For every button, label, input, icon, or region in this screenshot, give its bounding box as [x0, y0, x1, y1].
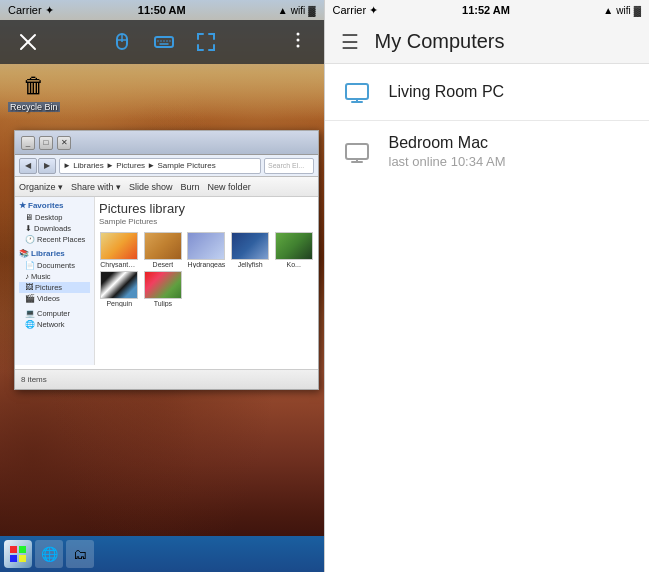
left-carrier: Carrier ✦ — [8, 4, 54, 17]
start-button[interactable] — [4, 540, 32, 568]
jellyfish-thumb — [231, 232, 269, 260]
taskbar: 🌐 🗂 — [0, 536, 324, 572]
burn-button[interactable]: Burn — [181, 182, 200, 192]
forward-button[interactable]: ▶ — [38, 158, 56, 174]
living-room-pc-item[interactable]: Living Room PC — [325, 64, 650, 121]
file-kookaburra[interactable]: Ko... — [273, 232, 314, 268]
file-grid: Chrysanthemum Desert Hydrangeas Jellyfis… — [99, 232, 314, 307]
left-time: 11:50 AM — [138, 4, 186, 16]
recycle-bin-icon[interactable]: 🗑 Recycle Bin — [8, 72, 60, 112]
living-room-name: Living Room PC — [389, 82, 634, 103]
desert-thumb — [144, 232, 182, 260]
sidebar-music[interactable]: ♪Music — [19, 271, 90, 282]
keyboard-icon-button[interactable] — [153, 31, 175, 53]
libraries-title: 📚Libraries — [19, 249, 90, 258]
expand-icon-button[interactable] — [195, 31, 217, 53]
toolbar-center-icons — [111, 31, 217, 53]
bedroom-mac-name: Bedroom Mac — [389, 133, 634, 154]
chrysanthemum-label: Chrysanthemum — [100, 261, 138, 268]
desert-label: Desert — [153, 261, 174, 268]
sidebar-downloads[interactable]: ⬇Downloads — [19, 223, 90, 234]
file-jellyfish[interactable]: Jellyfish — [230, 232, 271, 268]
explorer-main: Pictures library Sample Pictures Chrysan… — [95, 197, 318, 365]
right-time: 11:52 AM — [462, 4, 510, 16]
close-button[interactable] — [16, 30, 40, 54]
file-penguin[interactable]: Penguin — [99, 271, 140, 307]
organize-button[interactable]: Organize ▾ — [19, 182, 63, 192]
penguin-label: Penguin — [106, 300, 132, 307]
svg-point-12 — [296, 32, 299, 35]
newfolder-button[interactable]: New folder — [208, 182, 251, 192]
bedroom-mac-info: Bedroom Mac last online 10:34 AM — [389, 133, 634, 171]
minimize-button[interactable]: _ — [21, 136, 35, 150]
sidebar-recent[interactable]: 🕐Recent Places — [19, 234, 90, 245]
bedroom-mac-status: last online 10:34 AM — [389, 154, 634, 171]
kookaburra-thumb — [275, 232, 313, 260]
computer-list: Living Room PC Bedroom Mac last online 1… — [325, 64, 650, 572]
left-status-bar: Carrier ✦ 11:50 AM ▲ wifi ▓ — [0, 0, 324, 20]
living-room-info: Living Room PC — [389, 82, 634, 103]
hydrangeas-label: Hydrangeas — [188, 261, 226, 268]
favorites-section: ★Favorites 🖥Desktop ⬇Downloads 🕐Recent P… — [19, 201, 90, 245]
computer-section: 💻Computer 🌐Network — [19, 308, 90, 330]
explorer-body: ★Favorites 🖥Desktop ⬇Downloads 🕐Recent P… — [15, 197, 318, 365]
explorer-toolbar2: Organize ▾ Share with ▾ Slide show Burn … — [15, 177, 318, 197]
right-wifi-icon: wifi — [616, 5, 630, 16]
svg-rect-16 — [10, 546, 17, 553]
tulips-label: Tulips — [154, 300, 172, 307]
bedroom-mac-item[interactable]: Bedroom Mac last online 10:34 AM — [325, 121, 650, 183]
hydrangeas-thumb — [187, 232, 225, 260]
back-button[interactable]: ◀ — [19, 158, 37, 174]
living-room-monitor-icon — [341, 76, 373, 108]
penguin-thumb — [100, 271, 138, 299]
left-signal-icon: ▲ — [278, 5, 288, 16]
remote-toolbar — [0, 20, 324, 64]
kookaburra-label: Ko... — [286, 261, 300, 268]
jellyfish-label: Jellyfish — [238, 261, 263, 268]
svg-rect-19 — [19, 555, 26, 562]
left-wifi-icon: wifi — [291, 5, 305, 16]
sidebar-videos[interactable]: 🎬Videos — [19, 293, 90, 304]
explorer-addressbar: ◀ ▶ ► Libraries ► Pictures ► Sample Pict… — [15, 155, 318, 177]
file-hydrangeas[interactable]: Hydrangeas — [186, 232, 227, 268]
svg-rect-17 — [19, 546, 26, 553]
hamburger-menu-button[interactable]: ☰ — [341, 30, 359, 54]
explorer-titlebar: _ □ ✕ — [15, 131, 318, 155]
sidebar-pictures[interactable]: 🖼Pictures — [19, 282, 90, 293]
search-placeholder: Search El... — [268, 162, 304, 169]
right-status-bar: Carrier ✦ 11:52 AM ▲ wifi ▓ — [325, 0, 650, 20]
slideshow-button[interactable]: Slide show — [129, 182, 173, 192]
taskbar-ie-icon[interactable]: 🌐 — [35, 540, 63, 568]
svg-rect-18 — [10, 555, 17, 562]
file-desert[interactable]: Desert — [143, 232, 184, 268]
right-signal-icon: ▲ — [603, 5, 613, 16]
file-chrysanthemum[interactable]: Chrysanthemum — [99, 232, 140, 268]
recycle-bin-label: Recycle Bin — [8, 102, 60, 112]
sidebar-documents[interactable]: 📄Documents — [19, 260, 90, 271]
right-panel: Carrier ✦ 11:52 AM ▲ wifi ▓ ☰ My Compute… — [325, 0, 650, 572]
mouse-icon-button[interactable] — [111, 31, 133, 53]
explorer-subheading: Sample Pictures — [99, 217, 314, 226]
svg-rect-20 — [346, 84, 368, 99]
svg-rect-23 — [346, 144, 368, 159]
right-status-icons: ▲ wifi ▓ — [603, 5, 641, 16]
maximize-button[interactable]: □ — [39, 136, 53, 150]
svg-rect-5 — [155, 37, 173, 47]
file-tulips[interactable]: Tulips — [143, 271, 184, 307]
chrysanthemum-thumb — [100, 232, 138, 260]
explorer-sidebar: ★Favorites 🖥Desktop ⬇Downloads 🕐Recent P… — [15, 197, 95, 365]
window-close-button[interactable]: ✕ — [57, 136, 71, 150]
sidebar-computer[interactable]: 💻Computer — [19, 308, 90, 319]
more-options-button[interactable] — [288, 30, 308, 55]
sidebar-network[interactable]: 🌐Network — [19, 319, 90, 330]
tulips-thumb — [144, 271, 182, 299]
nav-buttons: ◀ ▶ — [19, 158, 56, 174]
share-button[interactable]: Share with ▾ — [71, 182, 121, 192]
recycle-bin-image: 🗑 — [20, 72, 48, 100]
sidebar-desktop[interactable]: 🖥Desktop — [19, 212, 90, 223]
taskbar-explorer-icon[interactable]: 🗂 — [66, 540, 94, 568]
address-path[interactable]: ► Libraries ► Pictures ► Sample Pictures — [59, 158, 261, 174]
search-box[interactable]: Search El... — [264, 158, 314, 174]
right-carrier: Carrier ✦ — [333, 4, 379, 17]
status-count: 8 items — [21, 375, 47, 384]
